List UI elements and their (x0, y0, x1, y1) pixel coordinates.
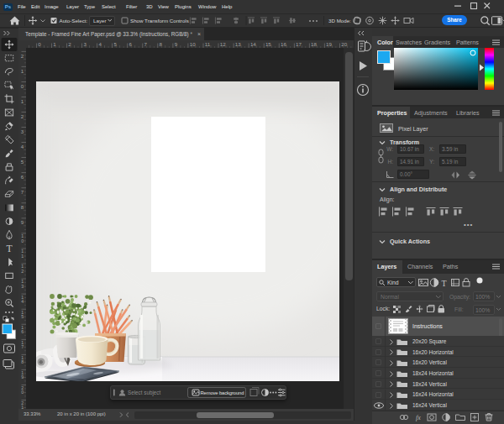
svg-text:Layer: Layer (93, 18, 106, 24)
svg-text:11: 11 (205, 41, 211, 47)
svg-text:7: 7 (21, 189, 24, 195)
svg-text:Select subject: Select subject (128, 390, 160, 396)
svg-text:1: 1 (21, 254, 24, 259)
svg-text:2: 2 (68, 41, 71, 47)
svg-text:Remove background: Remove background (201, 390, 244, 395)
svg-text:20: 20 (341, 41, 347, 47)
svg-text:15: 15 (265, 41, 271, 47)
svg-text:8: 8 (160, 41, 163, 47)
svg-text:3: 3 (21, 128, 24, 134)
svg-text:7: 7 (144, 41, 148, 47)
svg-text:6: 6 (129, 41, 133, 47)
svg-text:1: 1 (21, 98, 24, 104)
svg-text:3: 3 (21, 284, 24, 289)
svg-text:3D Mode:: 3D Mode: (328, 18, 351, 24)
svg-text:0: 0 (38, 41, 41, 47)
svg-text:16: 16 (281, 41, 286, 47)
svg-text:10: 10 (190, 41, 196, 47)
svg-text:5: 5 (21, 159, 24, 165)
svg-text:8: 8 (21, 359, 24, 364)
svg-text:Show Transform Controls: Show Transform Controls (130, 18, 189, 24)
svg-text:9: 9 (175, 41, 178, 47)
svg-text:5: 5 (21, 314, 24, 319)
svg-text:17: 17 (296, 41, 302, 47)
svg-text:2: 2 (21, 53, 24, 59)
svg-text:3: 3 (83, 41, 87, 47)
svg-text:T: T (442, 279, 447, 288)
svg-text:T: T (6, 243, 12, 254)
svg-text:4: 4 (98, 41, 102, 47)
svg-text:4: 4 (21, 299, 24, 304)
svg-text:5: 5 (114, 41, 118, 47)
svg-text:1: 1 (21, 68, 24, 74)
svg-text:4: 4 (21, 144, 24, 149)
svg-text:6: 6 (21, 174, 24, 180)
svg-text:2: 2 (21, 269, 24, 274)
svg-text:2: 2 (21, 113, 24, 119)
svg-text:8: 8 (21, 204, 24, 210)
svg-text:14: 14 (250, 41, 256, 47)
svg-text:19: 19 (326, 41, 332, 47)
svg-text:13: 13 (235, 41, 241, 47)
svg-text:0: 0 (21, 238, 24, 243)
svg-text:Auto-Select:: Auto-Select: (60, 18, 88, 24)
svg-text:fx: fx (416, 414, 421, 421)
svg-text:18: 18 (311, 41, 317, 47)
svg-text:12: 12 (220, 41, 226, 47)
svg-text:7: 7 (21, 344, 24, 349)
svg-text:0: 0 (21, 390, 24, 395)
svg-text:9: 9 (21, 219, 24, 225)
svg-text:1: 1 (53, 41, 56, 47)
svg-text:6: 6 (21, 329, 24, 334)
svg-text:0: 0 (21, 83, 24, 89)
svg-text:9: 9 (21, 374, 24, 380)
